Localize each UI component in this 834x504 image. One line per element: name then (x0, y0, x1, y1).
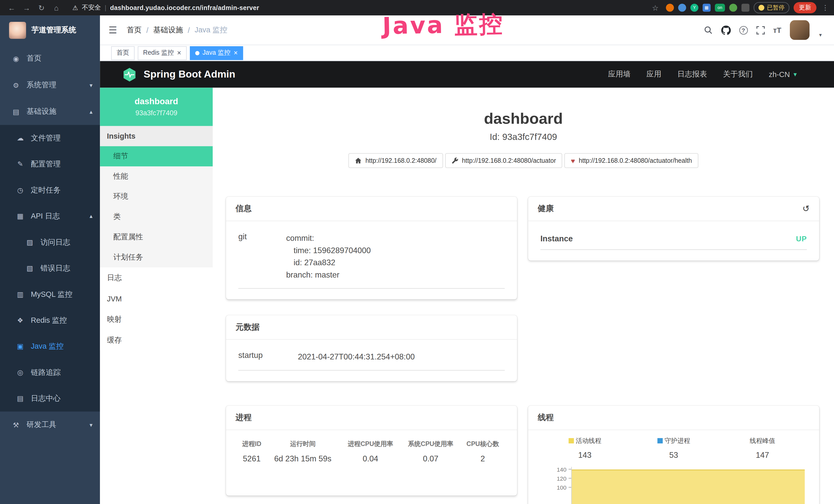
column-header: 运行时间 (265, 434, 341, 451)
browser-extension-icon[interactable]: Y (690, 4, 698, 12)
sba-item-details[interactable]: 细节 (100, 146, 213, 166)
breadcrumb-current: Java 监控 (195, 25, 227, 35)
breadcrumb-separator: / (188, 26, 190, 34)
browser-extension-icon[interactable] (729, 4, 737, 12)
sidebar-item-access-logs[interactable]: ▨ 访问日志 (0, 229, 100, 255)
browser-extension-icon[interactable] (666, 4, 674, 12)
sidebar-item-scheduled-jobs[interactable]: ◷ 定时任务 (0, 177, 100, 203)
sba-sidebar: dashboard 93a3fc7f7409 Insights 细节 性能 环境… (100, 88, 213, 504)
breadcrumb-home[interactable]: 首页 (127, 25, 141, 35)
sidebar-item-java-monitor[interactable]: ▣ Java 监控 (0, 333, 100, 359)
sba-item-performance[interactable]: 性能 (100, 166, 213, 187)
actuator-url-link[interactable]: http://192.168.0.2:48080/actuator (445, 153, 562, 168)
github-icon[interactable] (721, 25, 730, 35)
sba-item-caches[interactable]: 缓存 (100, 330, 213, 350)
sba-nav-applications[interactable]: 应用 (646, 70, 661, 79)
threads-chart: 140 120 100 (541, 467, 807, 504)
sba-section-insights: Insights (100, 126, 213, 146)
browser-home-icon[interactable]: ⌂ (50, 3, 63, 12)
threads-card-title: 线程 (528, 406, 819, 430)
instance-id: 93a3fc7f7409 (135, 109, 177, 117)
bookmark-star-icon[interactable]: ☆ (649, 3, 662, 12)
app-logo[interactable]: 芋道管理系统 (0, 16, 100, 45)
sidebar-item-link-tracing[interactable]: ◎ 链路追踪 (0, 360, 100, 385)
fullscreen-icon[interactable] (756, 26, 765, 34)
hamburger-icon[interactable]: ☰ (108, 24, 117, 36)
sidebar-item-redis-monitor[interactable]: ❖ Redis 监控 (0, 307, 100, 333)
paused-badge[interactable]: 已暂停 (753, 2, 789, 13)
cards-grid: 信息 git commit: time: 1596289704000 id: 2… (226, 197, 834, 504)
browser-forward-icon[interactable]: → (20, 3, 33, 12)
avatar-caret-icon[interactable]: ▾ (819, 32, 822, 40)
sidebar-item-file-management[interactable]: ☁ 文件管理 (0, 125, 100, 151)
browser-menu-icon[interactable]: ⋮ (822, 4, 829, 12)
tab-home[interactable]: 首页 (111, 46, 135, 60)
locale-selector[interactable]: zh-CN ▾ (769, 70, 797, 78)
sidebar-item-home[interactable]: ◉ 首页 (0, 45, 100, 72)
help-icon[interactable]: ? (739, 26, 747, 34)
service-url-link[interactable]: http://192.168.0.2:48080/ (349, 153, 443, 168)
browser-extension-on-icon[interactable]: on (715, 4, 725, 12)
chart-y-axis: 140 120 100 (541, 467, 571, 504)
sba-item-jvm[interactable]: JVM (100, 288, 213, 309)
browser-reload-icon[interactable]: ↻ (35, 3, 48, 12)
sba-nav-wall[interactable]: 应用墙 (608, 70, 631, 79)
live-threads-area (572, 469, 805, 504)
sba-brand[interactable]: Spring Boot Admin (122, 67, 235, 82)
tab-redis-monitor[interactable]: Redis 监控 × (138, 46, 186, 60)
instance-header[interactable]: dashboard 93a3fc7f7409 (100, 88, 213, 126)
page-title: dashboard (213, 110, 834, 128)
sidebar-item-error-logs[interactable]: ▧ 错误日志 (0, 255, 100, 281)
log-center-icon: ▤ (16, 395, 24, 403)
legend-swatch-yellow (568, 438, 574, 443)
close-icon[interactable]: × (177, 49, 181, 56)
browser-update-button[interactable]: 更新 (794, 2, 816, 13)
user-avatar[interactable] (790, 20, 810, 40)
sidebar-item-log-center[interactable]: ▤ 日志中心 (0, 385, 100, 411)
breadcrumb-infrastructure[interactable]: 基础设施 (153, 25, 183, 35)
clock-icon: ◷ (16, 186, 24, 194)
sidebar-item-infrastructure[interactable]: ▤ 基础设施 ▴ (0, 98, 100, 125)
sba-item-logs[interactable]: 日志 (100, 268, 213, 288)
browser-extension-icon[interactable] (678, 4, 686, 12)
sba-nav-journal[interactable]: 日志报表 (677, 70, 707, 79)
sidebar-item-dev-tools[interactable]: ⚒ 研发工具 ▾ (0, 412, 100, 438)
sidebar-item-label: 定时任务 (31, 185, 61, 195)
sba-item-mappings[interactable]: 映射 (100, 309, 213, 330)
sba-item-config-props[interactable]: 配置属性 (100, 227, 213, 247)
metadata-card: 元数据 startup 2021-04-27T00:44:31.254+08:0… (226, 315, 517, 381)
history-icon[interactable]: ↺ (803, 204, 810, 214)
sba-item-classes[interactable]: 类 (100, 207, 213, 227)
log-icon: ▧ (25, 264, 34, 272)
health-row-label: Instance (541, 234, 573, 243)
sidebar-item-system-management[interactable]: ⚙ 系统管理 ▾ (0, 72, 100, 98)
y-tick: 140 (541, 467, 571, 476)
search-icon[interactable] (704, 25, 712, 35)
sidebar-item-label: Redis 监控 (31, 316, 67, 325)
health-url-link[interactable]: ♥ http://192.168.0.2:48080/actuator/heal… (565, 153, 698, 168)
sba-item-environment[interactable]: 环境 (100, 187, 213, 207)
font-size-icon[interactable]: тT (773, 26, 781, 34)
sba-item-scheduled-tasks[interactable]: 计划任务 (100, 247, 213, 268)
monitor-icon: ▤ (12, 108, 20, 116)
gear-icon: ⚙ (12, 81, 20, 89)
paused-badge-label: 已暂停 (767, 4, 785, 12)
legend-live-threads: 活动线程 143 (541, 436, 629, 459)
wrench-icon (451, 157, 458, 164)
git-time-line: time: 1596289704000 (286, 244, 505, 256)
top-header: ☰ 首页 / 基础设施 / Java 监控 ? (100, 16, 834, 45)
sidebar-item-mysql-monitor[interactable]: ▥ MySQL 监控 (0, 281, 100, 307)
sba-brand-label: Spring Boot Admin (144, 69, 235, 81)
browser-back-icon[interactable]: ← (5, 3, 18, 12)
close-icon[interactable]: × (234, 49, 238, 56)
y-tick: 120 (541, 476, 571, 485)
sidebar-item-config-management[interactable]: ✎ 配置管理 (0, 151, 100, 177)
address-bar[interactable]: ⚠ 不安全 | dashboard.yudao.iocoder.cn/infra… (72, 3, 647, 12)
browser-extension-puzzle-icon[interactable] (742, 4, 749, 12)
browser-extension-icon[interactable]: ▦ (703, 4, 711, 12)
sba-nav-about[interactable]: 关于我们 (723, 70, 753, 79)
status-badge: UP (796, 234, 807, 243)
tab-label: 首页 (117, 48, 129, 57)
tab-java-monitor[interactable]: Java 监控 × (190, 46, 243, 60)
sidebar-item-api-logs[interactable]: ▦ API 日志 ▴ (0, 203, 100, 229)
